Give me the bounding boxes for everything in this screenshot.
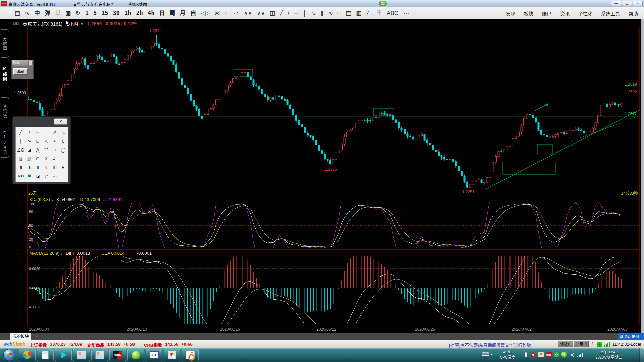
palette-rectangle[interactable]: □ <box>34 137 42 145</box>
toolbar-period-month[interactable]: 月 <box>178 7 188 19</box>
maximize-button[interactable]: ❑ <box>622 1 632 6</box>
toolbar-page-left[interactable]: ⇦ <box>222 7 232 19</box>
palette-more-drawing-tools[interactable]: ⋯ <box>50 172 59 180</box>
toolbar-period-week[interactable]: 周 <box>167 7 178 19</box>
palette-trend-line[interactable]: ╱ <box>16 128 25 137</box>
toolbar-zoom-out[interactable]: ∨∨ <box>254 7 267 19</box>
user-tray-icon[interactable] <box>538 352 544 358</box>
wechat-tray-icon[interactable] <box>553 352 559 358</box>
toolbar-period-custom[interactable]: 自 <box>188 7 199 19</box>
toolbar-more-tools[interactable]: ⋯ <box>401 7 411 19</box>
toolbar-draw-parallel[interactable]: ∥ <box>318 7 326 19</box>
start-button[interactable] <box>3 349 15 361</box>
palette-triangle[interactable]: △ <box>42 137 50 145</box>
palette-channel-2[interactable]: ▧ <box>25 154 33 163</box>
palette-close-icon[interactable]: × <box>54 118 67 125</box>
toolbar-save-layout[interactable]: ▣ <box>63 7 73 19</box>
toolbar-zoom-in[interactable]: ∧∧ <box>241 7 254 19</box>
toolbar-draw-arrow[interactable]: ↘ <box>309 7 318 19</box>
toolbar-tick-chart[interactable]: 中 <box>32 7 42 19</box>
menu-discover[interactable]: 发现 <box>506 10 515 17</box>
toolbar-period-1min[interactable]: 1 <box>83 7 91 19</box>
toolbar-period-15min[interactable]: 15 <box>99 7 110 19</box>
toolbar-flash-order[interactable]: 弹 <box>42 7 53 19</box>
start-button[interactable]: Start <box>13 68 28 75</box>
taskbar-calculator-app[interactable] <box>37 349 54 361</box>
taskbar-capture-app[interactable] <box>182 349 199 361</box>
sidebar-tab-f10-info[interactable]: F10资讯 <box>1 127 9 158</box>
toolbar-period-day[interactable]: 日 <box>157 7 167 19</box>
macd-title[interactable]: MACD(12,26,9) <box>29 251 59 256</box>
toolbar-period-1hour[interactable]: 1h <box>122 7 133 19</box>
taskbar-trading-app-2[interactable] <box>91 349 108 361</box>
touch-keyboard-icon[interactable]: ⌨ <box>482 351 489 357</box>
palette-histogram-tool[interactable]: Ш <box>50 163 59 172</box>
add-board-button[interactable]: + <box>35 333 38 339</box>
menu-boards[interactable]: 板块 <box>524 10 533 17</box>
palette-ellipse[interactable]: ◯ <box>59 145 67 154</box>
palette-parallel-lines[interactable]: ∥ <box>16 137 25 145</box>
palette-fib-time-zones[interactable]: |||| <box>16 163 25 172</box>
palette-e-tool[interactable]: E <box>59 163 67 172</box>
palette-cycle-lines[interactable]: ||| <box>34 163 42 172</box>
palette-ruler[interactable]: 工 <box>59 154 67 163</box>
toolbar-period-4hour[interactable]: 4h <box>145 7 157 19</box>
sidebar-tab-kline-chart[interactable]: K线图 <box>1 60 9 88</box>
toolbar-draw-flag[interactable]: ≢ <box>364 7 374 19</box>
toolbar-draw-wave[interactable]: ∿ <box>326 7 335 19</box>
close-button[interactable]: × <box>633 1 643 6</box>
kdj-title[interactable]: KDJ(9,3,3) <box>29 197 50 202</box>
toolbar-draw-segment[interactable]: / <box>285 7 292 19</box>
taskbar-pinwheel-app[interactable] <box>19 349 36 361</box>
thermometer-tray-icon[interactable] <box>523 352 529 358</box>
link-icon[interactable] <box>13 22 19 25</box>
toolbar-draw-gann[interactable]: ▤ <box>343 7 354 19</box>
toolbar-draw-ruler[interactable]: 王 <box>374 7 384 19</box>
palette-zigzag[interactable]: ∿ <box>25 137 33 145</box>
network-tray-icon[interactable] <box>577 352 583 358</box>
toolbar-draw-text[interactable]: ABC <box>384 7 401 19</box>
taskbar-video-app[interactable] <box>55 349 72 361</box>
sidebar-tab-time-chart[interactable]: 分时图 <box>1 29 9 58</box>
kdj-caret-icon[interactable]: ∨ <box>51 198 54 202</box>
toolbar-page-right[interactable]: ⇨ <box>232 7 241 19</box>
show-desktop-button[interactable] <box>639 348 644 362</box>
palette-fib-arc[interactable]: ⌒ <box>42 145 50 154</box>
toolbar-refresh[interactable]: ↻ <box>73 7 83 19</box>
menu-personalize[interactable]: 个性化 <box>578 10 592 17</box>
point-tool-window[interactable]: Poin... × Start <box>11 60 34 79</box>
minimize-button[interactable]: — <box>611 1 621 6</box>
taskbar-antivirus-app[interactable] <box>127 349 144 361</box>
volume-tray-icon[interactable]: ◄) <box>569 352 575 358</box>
antivirus-tray-icon[interactable]: + <box>561 352 567 358</box>
futures-account-button[interactable]: 期货户 <box>558 341 573 347</box>
macd-caret-icon[interactable]: ∨ <box>60 251 63 255</box>
palette-time-lines[interactable]: ||| <box>25 163 33 172</box>
toolbar-bar-compress[interactable]: ⋈ <box>212 7 222 19</box>
forum-question-button[interactable]: 论坛提问 <box>618 333 644 340</box>
toolbar-period-30min[interactable]: 30 <box>111 7 122 19</box>
palette-horizontal-line[interactable]: ─ <box>34 128 42 137</box>
taskbar-trading-app-1[interactable] <box>73 349 90 361</box>
menu-system-tools[interactable]: 系统工具 <box>601 10 620 17</box>
palette-gann-grid[interactable]: G <box>34 154 42 163</box>
menu-help[interactable]: 帮助 <box>629 10 638 17</box>
wenhua-tray-icon[interactable]: whf <box>546 352 552 358</box>
palette-gann-fan[interactable]: ◢ <box>25 145 33 154</box>
toolbar-period-2hour[interactable]: 2h <box>134 7 145 19</box>
toolbar-split-view[interactable]: ◫ <box>267 7 277 19</box>
toolbar-period-5min[interactable]: 5 <box>91 7 99 19</box>
toolbar-back[interactable]: ← <box>2 7 12 19</box>
toolbar-draw-vline[interactable]: │ <box>301 7 309 19</box>
toolbar-draw-xline[interactable]: ▥ <box>354 7 364 19</box>
palette-eraser[interactable]: ◪ <box>34 172 42 180</box>
sidebar-tab-news-chain[interactable]: 资讯链 <box>1 97 9 125</box>
palette-arc[interactable]: ∪ <box>59 137 67 145</box>
palette-x-grid[interactable]: X <box>42 154 50 163</box>
palette-wave[interactable]: ≈ <box>50 137 59 145</box>
toolbar-draw-rect[interactable]: □ <box>335 7 343 19</box>
taskbar-wh6-app[interactable]: wh6 <box>109 349 126 361</box>
point-window-close-icon[interactable]: × <box>28 61 33 65</box>
taskbar-map-app[interactable] <box>164 349 180 361</box>
clock[interactable]: 上午 11:42 2020/7/8 星期三 <box>588 349 629 360</box>
